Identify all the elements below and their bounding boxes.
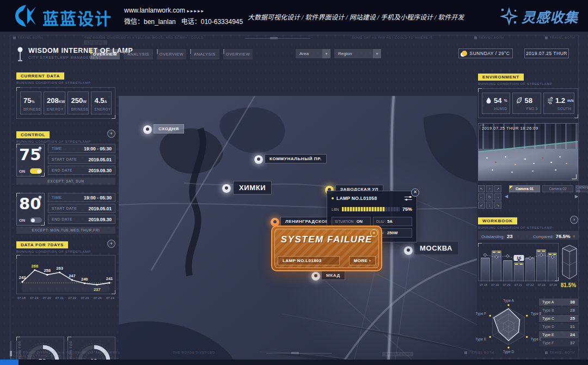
week-chart-panel: DATA FOR 7DAYS RUNNING CONDITION OF STRE… bbox=[16, 239, 115, 303]
tab-analysis-2[interactable]: ANALYSIS bbox=[190, 49, 219, 59]
outstanding-value: 23 bbox=[507, 233, 513, 239]
arrow-up-icon[interactable]: ↑ bbox=[486, 185, 493, 192]
x-tick: 07.24 bbox=[549, 283, 557, 287]
prev-cameras-icon[interactable]: ◀ bbox=[505, 194, 508, 199]
decor-item: SOME DAY AS FAR AS I COULD TO WHERE IT bbox=[352, 36, 433, 39]
x-tick: 07.23 bbox=[538, 283, 546, 287]
arrow-down-right-icon[interactable]: ↘ bbox=[494, 202, 501, 209]
camera-button[interactable]: Camera 02 bbox=[542, 185, 573, 192]
end-date-row[interactable]: END DATE2019.09.30 bbox=[48, 166, 115, 175]
camera-panel: 2019.07.25 THUR 18:26:09 ↖ ↑ ↗ ← ↻ → ↙ ↓… bbox=[478, 123, 578, 210]
list-item[interactable]: Type A38 bbox=[539, 299, 578, 306]
tab-overview-2[interactable]: OVERVIEW bbox=[157, 49, 186, 59]
tab-overview-3[interactable]: OVERVIEW bbox=[223, 49, 253, 59]
map-pin-moskva[interactable] bbox=[404, 246, 413, 255]
power-toggle[interactable] bbox=[30, 168, 42, 174]
close-icon[interactable]: ✕ bbox=[370, 229, 378, 237]
time-row[interactable]: TIME19:00 - 05:30 bbox=[48, 193, 115, 202]
arrow-down-left-icon[interactable]: ↙ bbox=[478, 202, 485, 209]
map-label-mkad[interactable]: МКАД bbox=[321, 271, 345, 280]
map-pin-khimki[interactable] bbox=[222, 184, 231, 193]
workbook-bar[interactable] bbox=[503, 260, 512, 282]
tab-overview-1[interactable]: OVERVIEW bbox=[90, 49, 120, 59]
map-pin-shodnya[interactable] bbox=[143, 125, 152, 134]
website-link[interactable]: www.lanlanwork.com bbox=[124, 7, 185, 14]
stat-energy-a: 4.5A ENERGY bbox=[91, 92, 112, 114]
decor-item: THE ROADS DIVERGED IN A YELLOW WOOD, AND… bbox=[84, 36, 204, 45]
workbook-bar[interactable] bbox=[548, 253, 557, 282]
add-button[interactable]: + bbox=[107, 240, 115, 248]
map-pin-kommunalny[interactable] bbox=[254, 155, 263, 164]
chevron-right-button[interactable]: › bbox=[570, 216, 578, 224]
area-select[interactable]: Area ▾ bbox=[296, 49, 330, 58]
map-label-khimki[interactable]: ХИМКИ bbox=[233, 181, 272, 194]
brand-name: 蓝蓝设计 bbox=[42, 5, 112, 29]
time-row[interactable]: TIME19:00 - 05:30 bbox=[48, 144, 115, 153]
collect-logo: 灵感收集 bbox=[500, 7, 578, 26]
panel-subtitle: RUNNING CONDITION OF STREETLAMP bbox=[16, 140, 115, 143]
workbook-bar[interactable] bbox=[536, 250, 546, 282]
stat-briness-w: 250W BRINESS bbox=[68, 92, 89, 114]
services-list: 大数据可视化设计 / 软件界面设计 / 网站建设 / 手机及小程序设计 / 软件… bbox=[248, 12, 498, 22]
svg-text:247: 247 bbox=[69, 273, 76, 278]
weather-box: SUNNDAY / 29°C bbox=[458, 48, 513, 58]
bottom-blue-chip bbox=[0, 360, 19, 365]
arrow-down-icon[interactable]: ↓ bbox=[486, 202, 493, 209]
decor-top-row: TRAVEL BOTH THE ROADS DIVERGED IN A YELL… bbox=[13, 36, 575, 45]
wechat-contact: 微信：ben_lanlan bbox=[124, 18, 176, 26]
close-icon[interactable]: ✕ bbox=[411, 188, 419, 197]
map-label-moskva[interactable]: МОСКВА bbox=[414, 242, 458, 254]
app-root: 蓝蓝设计 www.lanlanwork.com ▸▸▸▸▸ 微信：ben_lan… bbox=[0, 0, 588, 365]
region-select[interactable]: Region ▾ bbox=[334, 49, 381, 58]
camera-video-feed[interactable]: 2019.07.25 THUR 18:26:09 bbox=[478, 123, 578, 181]
arrow-right-icon[interactable]: → bbox=[494, 193, 501, 200]
control-group-2: 80 ON TIME19:00 - 05:30 START DATE2019.0… bbox=[16, 193, 115, 233]
workbook-bar[interactable]: 16 bbox=[514, 263, 523, 282]
list-item[interactable]: Type C25 bbox=[539, 315, 578, 322]
chevron-down-icon[interactable]: ▾ bbox=[373, 49, 381, 58]
droplet-icon bbox=[486, 97, 492, 104]
camera-button[interactable]: Camera 01 bbox=[509, 185, 540, 192]
popup-cell-situation: SITUATION : ON bbox=[332, 217, 371, 226]
arrow-left-icon[interactable]: ← bbox=[478, 193, 485, 200]
more-button[interactable]: MORE › bbox=[349, 256, 376, 265]
arrow-up-right-icon[interactable]: ↗ bbox=[494, 185, 501, 192]
refresh-icon[interactable]: ↻ bbox=[486, 193, 493, 200]
map-label-kommunalny[interactable]: КОММУНАЛЬНЫЙ ПР. bbox=[265, 154, 327, 163]
add-button[interactable]: + bbox=[107, 130, 115, 138]
arrow-up-left-icon[interactable]: ↖ bbox=[478, 185, 485, 192]
cube-gauge bbox=[561, 243, 578, 281]
list-item[interactable]: Type B28 bbox=[539, 307, 578, 314]
city-map[interactable]: СХОДНЯ КОММУНАЛЬНЫЙ ПР. ХИМКИ ЗАВОДСКАЯ … bbox=[119, 96, 477, 365]
workbook-stats: Outstanding: 23 Compared: 76.5% ↑ bbox=[478, 231, 578, 240]
end-date-row[interactable]: END DATE2019.09.30 bbox=[48, 215, 115, 224]
environment-panel: ENVIRONMENT RUNNING CONDITION OF STREETL… bbox=[478, 71, 578, 121]
alert-lamp-id: LAMP NO.L01803 bbox=[278, 256, 340, 265]
workbook-bar[interactable] bbox=[525, 258, 535, 282]
power-toggle[interactable] bbox=[30, 217, 42, 223]
env-wind: 1.2m/s SOUTH bbox=[543, 93, 574, 114]
next-cameras-icon[interactable]: ▶ bbox=[575, 194, 578, 199]
x-tick: 07.22 bbox=[68, 296, 76, 300]
start-date-row[interactable]: START DATE2019.05.01 bbox=[48, 204, 115, 213]
x-tick: 07.18 bbox=[480, 283, 487, 287]
list-item[interactable]: Type E24 bbox=[539, 331, 578, 338]
bulb-icon bbox=[38, 196, 42, 201]
map-pin-mkad[interactable] bbox=[311, 272, 320, 281]
brightness-box: 80 ON bbox=[16, 193, 45, 226]
camera-button[interactable]: Camera 03 bbox=[575, 185, 588, 192]
chevron-down-icon[interactable]: ▾ bbox=[322, 49, 330, 58]
list-item[interactable]: Type F37 bbox=[539, 339, 578, 346]
system-failure-alert: ✕ SYSTEM FAILURE LAMP NO.L01803 MORE › bbox=[271, 226, 382, 271]
workbook-bar[interactable] bbox=[481, 258, 490, 282]
start-date-row[interactable]: START DATE2019.05.01 bbox=[48, 155, 115, 164]
x-tick: 07.19 bbox=[30, 296, 38, 300]
status-dot bbox=[332, 197, 334, 199]
sliders-icon[interactable] bbox=[405, 196, 412, 201]
tab-analysis-1[interactable]: ANALYSIS bbox=[124, 49, 153, 59]
map-label-shodnya[interactable]: СХОДНЯ bbox=[154, 124, 184, 133]
decor-item: TRAVEL BOTH bbox=[464, 351, 494, 354]
decor-slider bbox=[266, 353, 332, 354]
list-item[interactable]: Type D31 bbox=[539, 323, 578, 330]
workbook-bar[interactable] bbox=[492, 251, 501, 282]
